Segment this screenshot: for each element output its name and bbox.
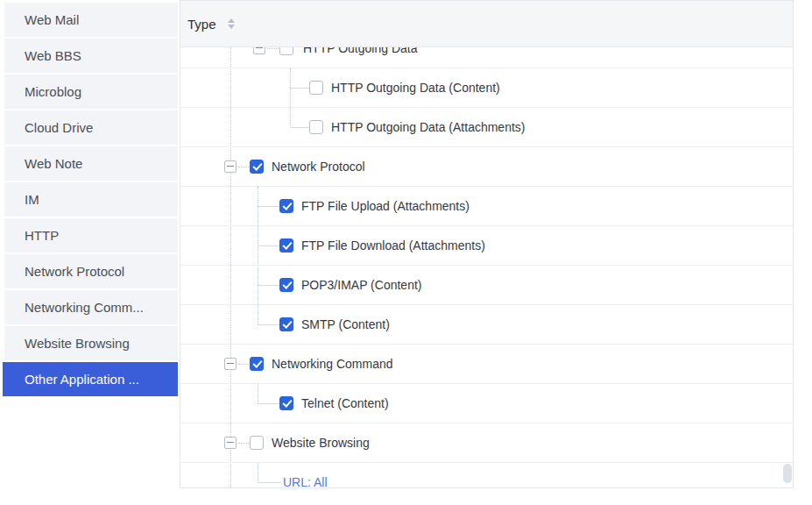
checkbox[interactable] [309, 81, 323, 95]
tree-guide-line [258, 403, 279, 404]
checkbox[interactable] [279, 396, 293, 410]
tree-guide-line [290, 88, 309, 89]
sidebar-item-label: Web Note [25, 156, 82, 171]
sort-control[interactable] [228, 18, 235, 29]
tree-node-label: Network Protocol [272, 147, 365, 187]
checkbox[interactable] [279, 317, 293, 331]
sidebar-item-label: HTTP [25, 228, 59, 243]
checkbox[interactable] [279, 278, 293, 292]
tree-guide-line [258, 245, 279, 246]
sidebar-item-web-bbs[interactable]: Web BBS [4, 39, 178, 73]
tree-guide-line [290, 127, 309, 128]
tree-node-label: POP3/IMAP (Content) [301, 266, 421, 305]
collapse-toggle-icon[interactable] [224, 437, 237, 449]
checkbox[interactable] [250, 436, 264, 450]
tree-node-label: FTP File Download (Attachments) [301, 226, 485, 266]
sidebar-item-im[interactable]: IM [4, 182, 178, 217]
tree-guide-line [258, 206, 279, 207]
tree-node-label: HTTP Outgoing Data (Content) [331, 68, 500, 108]
tree-row: SMTP (Content) [180, 305, 793, 345]
tree-row: Telnet (Content) [180, 384, 793, 423]
sidebar-item-network-protocol[interactable]: Network Protocol [4, 254, 178, 288]
collapse-toggle-icon[interactable] [224, 160, 237, 173]
tree-guide-line [258, 482, 281, 483]
tree-node-label: Website Browsing [272, 423, 370, 463]
checkbox[interactable] [279, 47, 293, 55]
sidebar-item-web-note[interactable]: Web Note [4, 146, 178, 181]
tree-row: Network Protocol [180, 147, 793, 187]
tree-row: Website Browsing [180, 423, 793, 463]
tree-row: HTTP Outgoing Data (Content) [180, 68, 793, 108]
tree-row: HTTP Outgoing Data [180, 47, 793, 68]
sidebar-item-label: Network Protocol [25, 264, 124, 279]
sidebar-item-website-browsing[interactable]: Website Browsing [4, 326, 178, 360]
sidebar-item-http[interactable]: HTTP [4, 218, 178, 252]
caret-down-icon [228, 25, 235, 29]
tree-row: HTTP Outgoing Data (Attachments) [180, 108, 793, 147]
tree-row: URL: All [180, 463, 793, 487]
sidebar-item-web-mail[interactable]: Web Mail [4, 3, 178, 37]
sidebar-item-cloud-drive[interactable]: Cloud Drive [4, 110, 178, 145]
tree-guide-line [258, 285, 279, 286]
checkbox[interactable] [279, 199, 293, 213]
sidebar-item-microblog[interactable]: Microblog [4, 75, 178, 109]
tree-guide-line [238, 443, 249, 444]
sidebar-item-label: Microblog [25, 84, 81, 99]
tree-row: Networking Command [180, 345, 793, 384]
tree-node-label: HTTP Outgoing Data (Attachments) [331, 108, 526, 147]
tree-row: FTP File Upload (Attachments) [180, 187, 793, 226]
tree-node-label: SMTP (Content) [301, 305, 390, 345]
type-column-title: Type [187, 17, 216, 32]
tree-guide-line [238, 167, 249, 167]
type-tree-panel: Type HTTP Outgoing Data HTTP [180, 0, 794, 488]
checkbox-tree: HTTP Outgoing Data HTTP Outgoing Data (C… [180, 47, 793, 487]
tree-node-label: FTP File Upload (Attachments) [301, 187, 470, 226]
sidebar-item-label: Networking Comm... [25, 300, 144, 315]
collapse-toggle-icon[interactable] [224, 358, 237, 370]
checkbox[interactable] [250, 160, 264, 174]
vertical-scrollbar-thumb[interactable] [783, 464, 792, 483]
tree-node-label: Networking Command [272, 345, 393, 384]
tree-guide-line [238, 364, 249, 365]
sidebar-item-label: Web BBS [25, 48, 81, 63]
checkbox[interactable] [279, 238, 293, 252]
sidebar-item-label: Cloud Drive [25, 120, 93, 135]
tree-guide-line [267, 48, 279, 49]
url-all-link[interactable]: URL: All [283, 463, 328, 487]
caret-up-icon [228, 18, 235, 23]
sidebar-item-label: Other Application ... [25, 372, 139, 387]
tree-node-label: HTTP Outgoing Data [303, 47, 417, 68]
tree-guide-line [258, 324, 279, 325]
tree-row: FTP File Download (Attachments) [180, 226, 793, 266]
sidebar: Web Mail Web BBS Microblog Cloud Drive W… [0, 0, 178, 398]
table-header-row: Type [180, 1, 793, 47]
collapse-toggle-icon[interactable] [253, 47, 265, 54]
sidebar-item-other-application[interactable]: Other Application ... [3, 362, 178, 396]
tree-node-label: Telnet (Content) [301, 384, 389, 423]
tree-row: POP3/IMAP (Content) [180, 266, 793, 305]
checkbox[interactable] [309, 120, 323, 134]
sidebar-item-label: Website Browsing [25, 336, 130, 351]
sidebar-item-networking-command[interactable]: Networking Comm... [4, 290, 178, 324]
sidebar-item-label: Web Mail [25, 12, 79, 27]
checkbox[interactable] [250, 357, 264, 371]
sidebar-item-label: IM [25, 192, 39, 207]
